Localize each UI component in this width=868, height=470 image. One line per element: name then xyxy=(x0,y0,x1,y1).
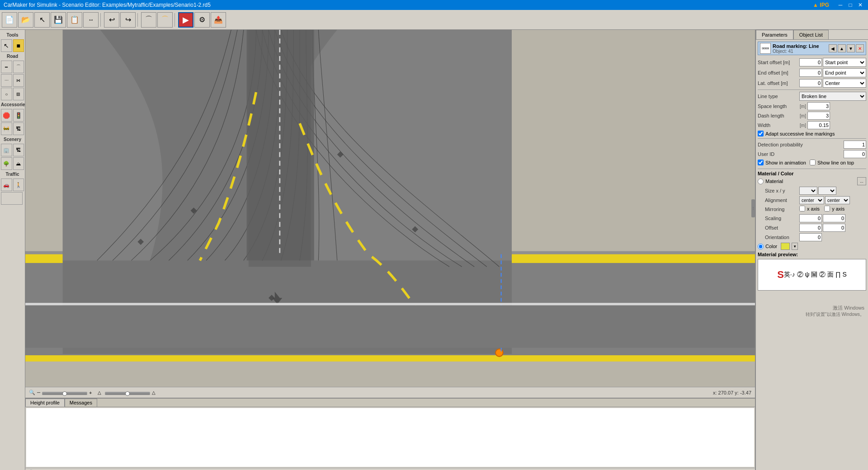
road-barrier-btn[interactable]: ▨ xyxy=(13,88,24,100)
pedestrian-btn[interactable]: 🚶 xyxy=(13,179,24,191)
windows-activate: 激活 Windows 转到"设置"以激活 Windows。 xyxy=(806,305,864,318)
restore-button[interactable]: □ xyxy=(846,1,854,9)
road-merge-btn[interactable]: ⋈ xyxy=(13,74,24,87)
show-animation-checkbox[interactable] xyxy=(758,160,764,165)
mirror-x-checkbox[interactable] xyxy=(799,206,805,212)
sign-stop-btn[interactable]: 🛑 xyxy=(1,109,12,122)
size-x-dropdown[interactable] xyxy=(799,187,817,195)
new-button[interactable]: 📄 xyxy=(2,12,17,28)
road-curve-btn[interactable]: ⌒ xyxy=(13,61,24,73)
panel-resize-handle[interactable]: ⋮ xyxy=(751,199,755,217)
obj-down-button[interactable]: ▼ xyxy=(847,44,855,52)
width-unit: [m] xyxy=(799,123,807,128)
scaling-y-input[interactable] xyxy=(823,214,845,222)
scenery-btn2[interactable]: 🏗 xyxy=(13,144,24,156)
alignment-y-dropdown[interactable]: center top bottom xyxy=(825,196,850,204)
parameters-content: Road marking: Line Object: 41 ◀ ▲ ▼ ✕ St… xyxy=(756,40,868,470)
lat-offset-dropdown[interactable]: Center Left Right xyxy=(823,79,866,88)
right-panel-tabs: Parameters Object List xyxy=(756,30,868,40)
width-input[interactable] xyxy=(807,121,830,129)
alignment-x-dropdown[interactable]: center left right xyxy=(799,196,824,204)
road-roundabout-btn[interactable]: ○ xyxy=(1,88,12,100)
window-controls[interactable]: ─ □ ✕ xyxy=(836,1,864,9)
size-y-dropdown[interactable] xyxy=(818,187,836,195)
export-button[interactable]: 📤 xyxy=(211,12,226,28)
object-header: Road marking: Line Object: 41 ◀ ▲ ▼ ✕ xyxy=(758,42,866,55)
curve1-button[interactable]: ⌒ xyxy=(141,12,156,28)
scaling-label: Scaling xyxy=(758,216,798,221)
canvas-area[interactable]: ⋮ xyxy=(25,30,755,387)
zoom-slider[interactable] xyxy=(42,392,87,394)
car-btn[interactable]: 🚗 xyxy=(1,179,12,191)
cursor-button[interactable]: ↖ xyxy=(34,12,50,28)
show-line-top-checkbox[interactable] xyxy=(810,160,816,165)
rotate-button[interactable]: ↔ xyxy=(83,12,99,28)
curve2-button[interactable]: ⌒ xyxy=(157,12,173,28)
sign-traffic-btn[interactable]: 🚦 xyxy=(13,109,24,122)
show-line-top-label: Show line on top xyxy=(817,160,854,165)
color-radio[interactable] xyxy=(758,244,764,249)
dash-length-label: Dash length xyxy=(758,113,798,118)
object-icon xyxy=(760,43,771,54)
object-list-tab[interactable]: Object List xyxy=(793,30,829,39)
detection-prob-input[interactable] xyxy=(844,141,866,149)
rotate-slider[interactable] xyxy=(105,392,150,394)
offset-x-input[interactable] xyxy=(799,224,822,232)
settings-button[interactable]: ⚙ xyxy=(194,12,210,28)
obj-delete-button[interactable]: ✕ xyxy=(856,44,864,52)
toolbar-separator-1 xyxy=(100,13,102,27)
user-id-input[interactable] xyxy=(844,150,866,158)
offset-y-input[interactable] xyxy=(823,224,845,232)
line-type-dropdown[interactable]: Broken line Solid line Double line xyxy=(799,92,866,101)
material-browse-button[interactable]: ... xyxy=(857,177,866,185)
save-button[interactable]: 💾 xyxy=(51,12,66,28)
obj-up-button[interactable]: ▲ xyxy=(838,44,846,52)
dash-length-input[interactable] xyxy=(807,112,830,120)
orientation-label: Orientation xyxy=(758,235,798,240)
start-offset-dropdown[interactable]: Start point End point xyxy=(823,58,866,67)
open-button[interactable]: 📂 xyxy=(18,12,33,28)
barrier-btn[interactable]: 🚧 xyxy=(1,122,12,135)
end-offset-dropdown[interactable]: End point Start point xyxy=(823,68,866,77)
line-type-label: Line type xyxy=(758,94,798,99)
color-swatch[interactable] xyxy=(781,243,790,250)
end-offset-input[interactable] xyxy=(799,69,822,77)
orientation-input[interactable] xyxy=(799,233,822,241)
scaling-x-input[interactable] xyxy=(799,214,822,222)
traffic-btn3[interactable] xyxy=(1,192,23,205)
material-radio[interactable] xyxy=(758,179,764,184)
material-preview-label: Material preview: xyxy=(758,252,866,257)
zoom-plus-icon[interactable]: + xyxy=(89,390,92,395)
bottom-toolbar: 🔍 ─ + △ △ x: 270.07 y: -3.47 xyxy=(25,387,755,398)
color-dropdown-button[interactable]: ▼ xyxy=(792,243,798,250)
close-button[interactable]: ✕ xyxy=(856,1,864,9)
height-profile-content xyxy=(26,408,754,467)
canvas-coordinates: x: 270.07 y: -3.47 xyxy=(713,390,751,395)
space-length-input[interactable] xyxy=(807,102,830,110)
height-profile-tab[interactable]: Height profile xyxy=(25,399,65,407)
road-straight-btn[interactable]: ━ xyxy=(1,61,12,73)
obj-prev-button[interactable]: ◀ xyxy=(829,44,837,52)
play-button[interactable]: ▶ xyxy=(178,12,193,28)
minimize-button[interactable]: ─ xyxy=(836,1,844,9)
title-text: CarMaker for Simulink - Scenario Editor:… xyxy=(4,2,211,8)
start-offset-input[interactable] xyxy=(799,58,822,66)
save-as-button[interactable]: 📋 xyxy=(67,12,82,28)
mirror-y-checkbox[interactable] xyxy=(824,206,830,212)
terrain-btn[interactable]: ⛰ xyxy=(13,157,24,170)
zoom-out-icon[interactable]: 🔍 xyxy=(29,390,35,395)
redo-button[interactable]: ↪ xyxy=(120,12,136,28)
messages-tab[interactable]: Messages xyxy=(65,399,97,407)
move-tool[interactable]: ■ xyxy=(13,39,24,52)
lat-offset-input[interactable] xyxy=(799,79,822,87)
poles-btn[interactable]: 🏗 xyxy=(13,122,24,135)
undo-button[interactable]: ↩ xyxy=(104,12,119,28)
adapt-checkbox[interactable] xyxy=(758,131,764,136)
road-connector-btn[interactable]: ⋯ xyxy=(1,74,12,87)
show-options-row: Show in animation Show line on top xyxy=(758,160,866,167)
building-btn[interactable]: 🏢 xyxy=(1,144,12,156)
tree-btn[interactable]: 🌳 xyxy=(1,157,12,170)
select-tool[interactable]: ↖ xyxy=(1,39,12,52)
parameters-tab[interactable]: Parameters xyxy=(756,30,793,39)
zoom-minus-icon[interactable]: ─ xyxy=(37,390,40,395)
